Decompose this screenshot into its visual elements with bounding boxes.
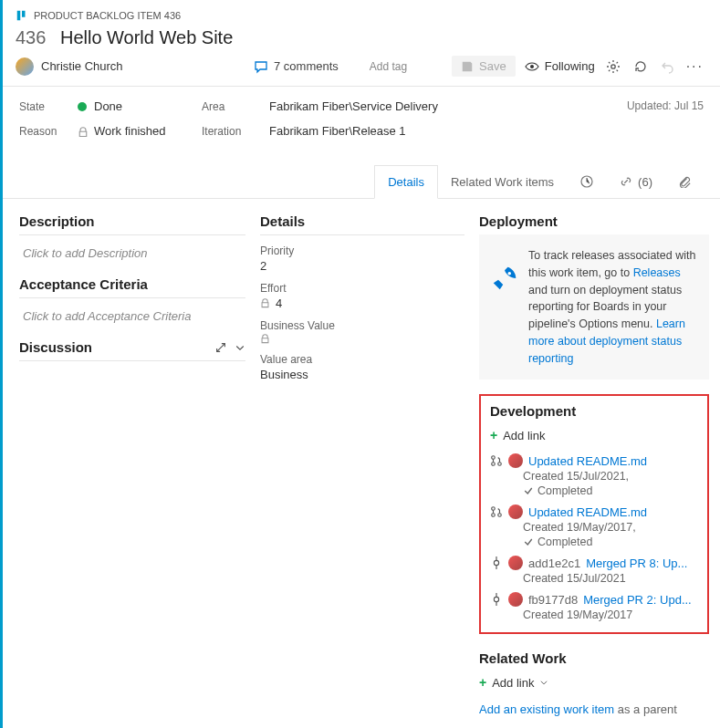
add-existing-parent-row[interactable]: Add an existing work item as a parent — [479, 695, 709, 723]
comments-button[interactable]: 7 comments — [254, 59, 339, 74]
svg-rect-1 — [22, 11, 26, 17]
lock-icon — [78, 124, 89, 138]
tab-details[interactable]: Details — [374, 165, 438, 199]
refresh-button[interactable] — [631, 57, 650, 76]
check-icon — [523, 536, 534, 547]
business-value-label: Business Value — [260, 319, 464, 332]
related-work-heading: Related Work — [479, 650, 709, 670]
links-count: (6) — [638, 175, 652, 189]
lock-icon — [260, 298, 270, 308]
dev-item-created: Created 19/May/2017 — [523, 608, 698, 621]
svg-point-12 — [494, 561, 498, 566]
history-icon — [579, 174, 594, 189]
dev-item-pr: Updated README.md Created 15/Jul/2021, C… — [490, 448, 698, 499]
dev-item-title[interactable]: Merged PR 2: Upd... — [583, 593, 692, 607]
acceptance-criteria-placeholder[interactable]: Click to add Acceptance Criteria — [19, 298, 245, 339]
priority-label: Priority — [260, 244, 464, 257]
undo-button[interactable] — [659, 57, 677, 76]
effort-value[interactable]: 4 — [260, 296, 464, 310]
undo-icon — [661, 59, 675, 74]
chevron-down-icon[interactable] — [235, 342, 245, 353]
save-icon — [461, 60, 474, 73]
rocket-icon — [492, 265, 517, 367]
link-icon — [620, 175, 632, 188]
discussion-heading: Discussion — [19, 339, 245, 361]
breadcrumb: PRODUCT BACKLOG ITEM 436 — [16, 9, 704, 22]
description-placeholder[interactable]: Click to add Description — [19, 235, 245, 276]
author-avatar — [508, 592, 523, 607]
area-value[interactable]: Fabrikam Fiber\Service Delivery — [269, 99, 438, 113]
comments-count: 7 comments — [274, 59, 339, 73]
assignee-name[interactable]: Christie Church — [41, 59, 123, 73]
effort-label: Effort — [260, 282, 464, 295]
add-link-label: Add link — [503, 429, 545, 442]
save-label: Save — [479, 59, 506, 73]
dev-item-commit: fb9177d8 Merged PR 2: Upd... Created 19/… — [490, 587, 698, 623]
commit-hash: add1e2c1 — [528, 556, 580, 570]
state-dot-icon — [78, 102, 87, 111]
business-value-value[interactable] — [260, 334, 464, 344]
tab-attachments[interactable] — [665, 165, 704, 198]
chevron-down-icon — [539, 678, 548, 687]
svg-point-3 — [610, 64, 614, 68]
pull-request-icon — [490, 454, 503, 467]
tab-history[interactable] — [567, 165, 607, 198]
add-link-label: Add link — [492, 676, 534, 690]
svg-point-2 — [530, 65, 534, 68]
acceptance-criteria-heading: Acceptance Criteria — [19, 276, 245, 298]
state-value[interactable]: Done — [94, 99, 122, 113]
lock-icon — [260, 334, 270, 344]
dev-item-created: Created 19/May/2017, — [523, 521, 698, 534]
dev-item-created: Created 15/Jul/2021, — [523, 470, 698, 483]
related-add-link-button[interactable]: + Add link — [479, 670, 709, 695]
tab-related-work-items[interactable]: Related Work items — [438, 165, 567, 198]
releases-link[interactable]: Releases — [633, 266, 681, 279]
svg-point-8 — [498, 463, 502, 466]
development-add-link-button[interactable]: + Add link — [490, 422, 698, 448]
reason-value[interactable]: Work finished — [94, 124, 166, 138]
gear-icon — [606, 59, 621, 74]
deployment-info-box: To track releases associated with this w… — [479, 234, 709, 380]
settings-button[interactable] — [604, 57, 622, 76]
author-avatar — [508, 504, 523, 519]
more-actions-button[interactable]: ··· — [686, 58, 704, 75]
add-parent-suffix: as a parent — [614, 702, 677, 716]
work-item-id: 436 — [16, 27, 46, 47]
plus-icon: + — [479, 675, 486, 690]
commit-hash: fb9177d8 — [528, 593, 578, 607]
author-avatar — [508, 556, 523, 570]
assignee-avatar[interactable] — [16, 57, 34, 76]
svg-point-7 — [492, 463, 496, 466]
dev-item-status: Completed — [537, 536, 592, 548]
svg-point-11 — [498, 514, 502, 517]
expand-icon[interactable] — [214, 341, 227, 354]
eye-icon — [525, 59, 539, 74]
follow-button[interactable]: Following — [525, 59, 595, 74]
commit-icon — [490, 556, 503, 569]
attachment-icon — [678, 175, 691, 188]
state-label: State — [19, 100, 78, 113]
development-section: Development + Add link Updated README.md… — [479, 394, 709, 634]
breadcrumb-text: PRODUCT BACKLOG ITEM 436 — [34, 10, 181, 21]
work-item-title[interactable]: Hello World Web Site — [60, 27, 233, 47]
save-button: Save — [452, 56, 516, 77]
dev-item-title[interactable]: Merged PR 8: Up... — [586, 556, 687, 570]
tab-links[interactable]: (6) — [607, 165, 665, 198]
area-label: Area — [202, 100, 269, 113]
pull-request-icon — [490, 505, 503, 518]
follow-label: Following — [545, 59, 595, 73]
check-icon — [523, 485, 534, 496]
value-area-value[interactable]: Business — [260, 368, 464, 381]
dev-item-title[interactable]: Updated README.md — [528, 505, 647, 519]
add-tag-button[interactable]: Add tag — [370, 60, 407, 73]
svg-point-6 — [492, 456, 496, 460]
iteration-value[interactable]: Fabrikam Fiber\Release 1 — [269, 124, 406, 138]
priority-value[interactable]: 2 — [260, 259, 464, 273]
add-existing-link[interactable]: Add an existing work item — [479, 702, 614, 716]
description-heading: Description — [19, 213, 245, 235]
dev-item-title[interactable]: Updated README.md — [528, 454, 647, 468]
updated-timestamp: Updated: Jul 15 — [627, 99, 704, 149]
dev-item-pr: Updated README.md Created 19/May/2017, C… — [490, 499, 698, 550]
development-heading: Development — [490, 403, 698, 422]
dev-item-status: Completed — [537, 484, 592, 497]
